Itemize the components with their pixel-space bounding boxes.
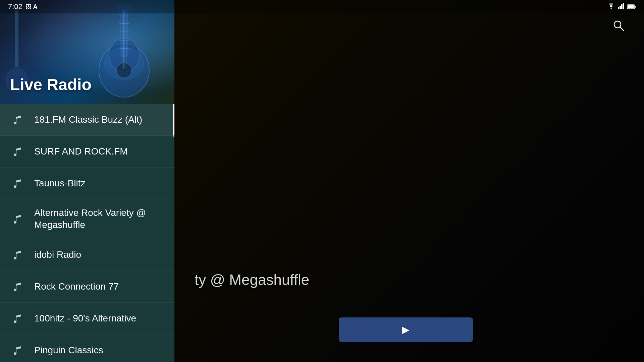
svg-line-24 (620, 27, 624, 31)
svg-rect-1 (620, 6, 621, 9)
guitar-illustration (80, 3, 168, 101)
radio-station-name: Alternative Rock Variety @ Megashuffle (34, 207, 165, 231)
scroll-indicator (173, 104, 174, 137)
radio-list-item[interactable]: Alternative Rock Variety @ Megashuffle (0, 199, 174, 239)
radio-station-name: Rock Connection 77 (34, 281, 119, 293)
search-icon (612, 19, 625, 32)
svg-rect-21 (15, 7, 18, 67)
music-note-icon (9, 210, 26, 227)
status-time: 7:02 (8, 2, 22, 11)
left-panel: Live Radio 181.FM Classic Buzz (Alt) SUR… (0, 0, 174, 362)
header-title: Live Radio (10, 75, 92, 94)
radio-station-name: 181.FM Classic Buzz (Alt) (34, 114, 142, 126)
radio-list-item[interactable]: Rock Connection 77 (0, 271, 174, 303)
svg-point-20 (104, 47, 144, 80)
radio-list-item[interactable]: SURF AND ROCK.FM (0, 136, 174, 168)
music-note-icon (9, 278, 26, 295)
signal-icon (618, 3, 625, 11)
now-playing-label: ty @ Megashuffle (195, 272, 309, 288)
radio-list-item[interactable]: Pinguin Classics (0, 335, 174, 362)
play-label: ▶ (402, 324, 410, 335)
battery-icon (627, 3, 636, 11)
status-left: 7:02 🖼 A (8, 2, 38, 11)
music-note-icon (9, 310, 26, 327)
radio-list-item[interactable]: Taunus-Blitz (0, 168, 174, 199)
search-button[interactable] (610, 17, 627, 37)
photo-icon: 🖼 (26, 4, 31, 10)
svg-rect-3 (623, 3, 624, 9)
music-note-icon (9, 246, 26, 263)
play-bar: ▶ (181, 317, 631, 342)
radio-station-name: Pinguin Classics (34, 344, 103, 356)
music-note-icon (9, 342, 26, 359)
a-icon: A (33, 3, 38, 10)
header-image: Live Radio (0, 0, 174, 104)
radio-station-name: idobi Radio (34, 249, 81, 261)
radio-list-item[interactable]: 100hitz - 90's Alternative (0, 303, 174, 335)
radio-list[interactable]: 181.FM Classic Buzz (Alt) SURF AND ROCK.… (0, 104, 174, 362)
radio-station-name: SURF AND ROCK.FM (34, 145, 127, 158)
status-right (607, 3, 636, 11)
status-icons: 🖼 A (26, 3, 38, 10)
radio-station-name: Taunus-Blitz (34, 177, 86, 189)
svg-rect-6 (635, 6, 636, 8)
svg-rect-0 (618, 7, 619, 9)
status-bar: 7:02 🖼 A (0, 0, 644, 13)
svg-rect-5 (628, 5, 634, 8)
radio-station-name: 100hitz - 90's Alternative (34, 312, 136, 324)
play-button[interactable]: ▶ (339, 317, 473, 342)
wifi-icon (607, 3, 615, 11)
music-note-icon (9, 111, 26, 128)
music-note-icon (9, 175, 26, 192)
radio-list-item[interactable]: idobi Radio (0, 239, 174, 271)
radio-list-item[interactable]: 181.FM Classic Buzz (Alt) (0, 104, 174, 136)
music-note-icon (9, 143, 26, 160)
svg-rect-2 (621, 4, 623, 9)
